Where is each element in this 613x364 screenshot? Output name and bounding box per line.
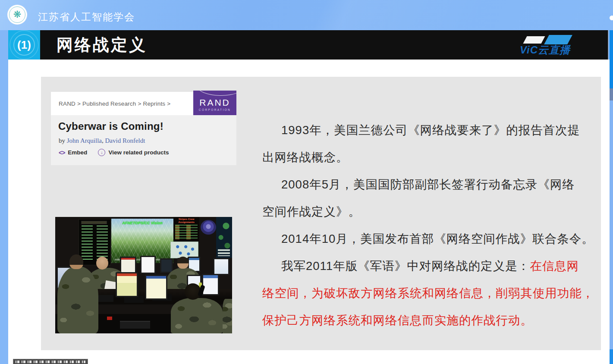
monitor-screen — [161, 260, 172, 272]
organization-name: 江苏省人工智能学会 — [38, 10, 135, 24]
rand-publication-card: RAND > Published Research > Reprints > R… — [51, 92, 236, 165]
top-bar: ❋ 江苏省人工智能学会 — [0, 0, 613, 30]
card-actions: <> Embed ↓ View related products — [59, 149, 169, 156]
society-logo-glyph: ❋ — [13, 10, 21, 19]
highlighted-text-run: 在信息网 — [530, 259, 579, 273]
download-circle-icon: ↓ — [98, 149, 105, 156]
text-line: 我军2011年版《军语》中对网络战的定义是：在信息网 — [262, 252, 590, 279]
monitor — [202, 274, 219, 295]
author-link[interactable]: David Ronfeldt — [105, 137, 145, 144]
breadcrumb[interactable]: RAND > Published Research > Reprints > — [59, 100, 170, 107]
soldier — [223, 299, 232, 333]
rand-corporation-logo: RAND CORPORATION — [193, 91, 236, 115]
highlighted-text-run: 络空间，为破坏敌方网络系统和网络信息，削弱其使用功能， — [262, 286, 594, 300]
soldier — [57, 267, 98, 333]
publication-title: Cyberwar is Coming! — [58, 120, 163, 132]
vic-logo-white-shape — [523, 36, 545, 44]
monitor — [213, 258, 229, 275]
text-line: 保护己方网络系统和网络信息而实施的作战行动。 — [262, 307, 590, 334]
text-line: 络空间，为破坏敌方网络系统和网络信息，削弱其使用功能， — [262, 279, 590, 307]
monitor — [120, 257, 136, 274]
main-screen-title: AFNETOPS/CC Vision — [111, 221, 173, 225]
text-run: 出网络战概念。 — [262, 151, 349, 164]
status-board-header — [82, 221, 107, 224]
monitor — [160, 258, 173, 273]
definition-text: 1993年，美国兰德公司《网络战要来了》的报告首次提出网络战概念。2008年5月… — [262, 116, 590, 334]
scrollbar[interactable] — [610, 30, 613, 364]
slide-number-badge: (1) — [8, 30, 40, 60]
text-run: 2008年5月，美国国防部副部长签署行动备忘录《网络 — [281, 178, 575, 191]
byline: by John Arquilla, David Ronfeldt — [59, 137, 145, 144]
vic-live-logo: ViC云直播 — [519, 35, 592, 56]
clipped-caption-bar — [13, 359, 88, 364]
unit-emblem — [201, 220, 216, 235]
monitor — [116, 272, 138, 297]
vic-logo-text: ViC云直播 — [520, 43, 570, 57]
monitor-screen — [117, 273, 137, 296]
text-line: 出网络战概念。 — [262, 144, 590, 171]
by-prefix: by — [59, 137, 67, 144]
monitor-screen — [121, 258, 135, 273]
author-separator: , — [102, 137, 105, 144]
society-logo-icon: ❋ — [7, 5, 27, 25]
slide-number: (1) — [17, 38, 31, 52]
slide-canvas: RAND > Published Research > Reprints > R… — [41, 77, 601, 350]
world-map-screen — [216, 217, 232, 258]
monitor-screen — [146, 276, 166, 298]
text-line: 1993年，美国兰德公司《网络战要来了》的报告首次提 — [262, 116, 590, 144]
author-link[interactable]: John Arquilla — [67, 137, 102, 144]
diagram-screen — [170, 242, 198, 258]
view-related-products-button[interactable]: View related products — [108, 149, 169, 156]
clipped-caption-glyph-tops — [16, 361, 85, 363]
live-stream-slide-page: { "colors": { "top_bar_blue": "#84b7f7",… — [0, 0, 613, 364]
highlighted-text-run: 保护己方网络系统和网络信息而实施的作战行动。 — [262, 314, 533, 327]
text-line: 2008年5月，美国国防部副部长签署行动备忘录《网络 — [262, 171, 590, 198]
monitor-screen — [141, 257, 154, 273]
slide-header: (1) 网络战定义 ViC云直播 — [8, 30, 608, 60]
embed-code-icon: <> — [59, 149, 65, 156]
monitor-screen — [203, 275, 218, 294]
assignments-board-title: Stripes Crew Assignments — [173, 218, 199, 224]
ops-center-photo: AFNETOPS/CC Vision Stripes Crew Assignme… — [55, 217, 232, 333]
rand-logo-subtext: CORPORATION — [199, 108, 231, 111]
rand-logo-wordmark: RAND — [199, 97, 230, 108]
soldier — [171, 298, 223, 333]
text-line: 2014年10月，美国发布首部《网络空间作战》联合条令。 — [262, 225, 590, 252]
embed-button[interactable]: Embed — [68, 149, 87, 156]
edge-dot — [610, 16, 613, 20]
assignments-board: Stripes Crew Assignments — [173, 217, 199, 243]
slide-title: 网络战定义 — [57, 34, 147, 56]
text-line: 空间作战定义》。 — [262, 198, 590, 225]
text-run: 我军2011年版《军语》中对网络战的定义是： — [281, 259, 530, 273]
text-run: 1993年，美国兰德公司《网络战要来了》的报告首次提 — [281, 123, 580, 137]
monitor-screen — [214, 259, 228, 274]
text-run: 空间作战定义》。 — [262, 205, 361, 218]
text-run: 2014年10月，美国发布首部《网络空间作战》联合条令。 — [281, 232, 594, 245]
monitor — [140, 256, 156, 274]
monitor — [145, 275, 167, 300]
